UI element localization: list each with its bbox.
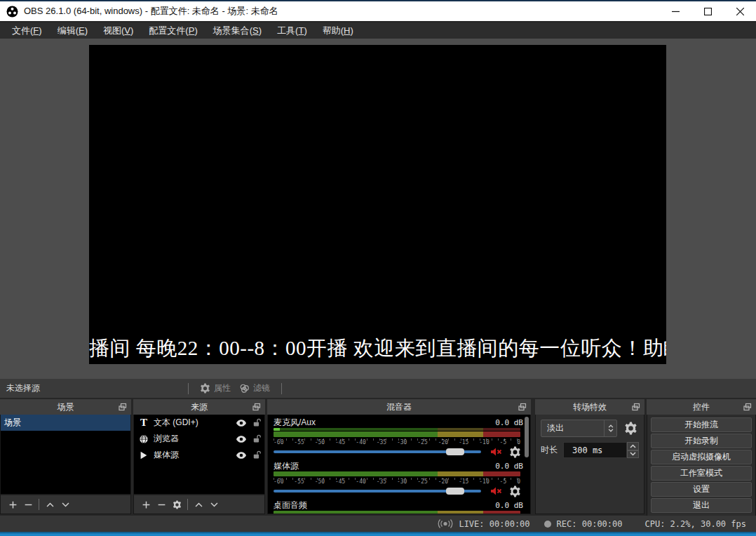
meter-scale-label: -5: [500, 478, 507, 485]
dock-popout-icon[interactable]: [252, 403, 261, 411]
media-play-icon: [134, 450, 154, 460]
dock-popout-icon[interactable]: [632, 403, 640, 411]
meter-scale-label: 0: [517, 478, 520, 485]
mute-speaker-icon[interactable]: [488, 485, 504, 497]
taskbar-edge: [0, 532, 756, 536]
properties-label: 属性: [214, 382, 231, 394]
controls-dock-header: 控件: [647, 399, 756, 415]
live-time: LIVE: 00:00:00: [459, 519, 529, 529]
duration-value: 300 ms: [572, 445, 602, 455]
source-row-browser[interactable]: 浏览器: [134, 431, 264, 447]
control-button[interactable]: 开始录制: [651, 434, 752, 448]
menu-item[interactable]: 帮助(H): [315, 22, 361, 39]
menu-item[interactable]: 编辑(E): [50, 22, 95, 39]
meter-scale-label: -5: [500, 438, 507, 446]
sources-list: T 文本 (GDI+) 浏览器 媒体源: [133, 415, 265, 495]
sources-dock-header: 来源: [133, 399, 265, 415]
mute-speaker-icon[interactable]: [488, 446, 504, 457]
source-properties-button[interactable]: [169, 497, 184, 511]
volume-slider[interactable]: [274, 445, 481, 459]
scrolling-ticker-text: 播间 每晚22：00--8：00开播 欢迎来到直播间的每一位听众！助眠: [89, 335, 666, 363]
no-source-selected-label: 未选择源: [6, 382, 40, 394]
menu-item[interactable]: 场景集合(S): [205, 22, 269, 39]
duration-down-button[interactable]: [627, 450, 639, 459]
lock-icon[interactable]: [249, 450, 264, 460]
mixer-dock-title: 混音器: [386, 401, 412, 413]
record-dot-icon: [544, 521, 551, 528]
preview-canvas[interactable]: 播间 每晚22：00--8：00开播 欢迎来到直播间的每一位听众！助眠: [89, 45, 666, 364]
duration-up-button[interactable]: [627, 442, 639, 450]
menu-item[interactable]: 配置文件(P): [141, 22, 205, 39]
transition-selected-value: 淡出: [541, 422, 604, 434]
duration-input[interactable]: 300 ms: [563, 442, 627, 458]
visibility-eye-icon[interactable]: [234, 434, 249, 445]
controls-body: 开始推流开始录制启动虚拟摄像机工作室模式设置退出: [647, 415, 756, 518]
broadcast-icon: [438, 518, 453, 529]
visibility-eye-icon[interactable]: [234, 417, 249, 429]
control-button[interactable]: 设置: [651, 482, 752, 497]
title-bar: OBS 26.1.0 (64-bit, windows) - 配置文件: 未命名…: [0, 0, 756, 21]
dock-popout-icon[interactable]: [518, 403, 527, 411]
source-up-button[interactable]: [191, 497, 206, 511]
menu-item[interactable]: 视图(V): [95, 22, 141, 39]
obs-logo-icon: [6, 6, 18, 18]
cpu-fps-stats: CPU: 2.2%, 30.00 fps: [645, 519, 747, 529]
control-button[interactable]: 退出: [651, 498, 752, 513]
add-scene-button[interactable]: [5, 497, 20, 511]
transitions-dock-title: 转场特效: [573, 401, 607, 413]
filters-button[interactable]: 滤镜: [235, 382, 274, 394]
control-button[interactable]: 启动虚拟摄像机: [651, 450, 752, 464]
source-label: 浏览器: [154, 433, 234, 445]
lock-icon[interactable]: [249, 434, 264, 443]
remove-source-button[interactable]: [154, 497, 169, 511]
mixer-channel-db: 0.0 dB: [495, 418, 523, 427]
mixer-channel-name: 麦克风/Aux: [274, 417, 316, 429]
source-down-button[interactable]: [206, 497, 222, 511]
source-row-media[interactable]: 媒体源: [134, 447, 264, 463]
transition-select[interactable]: 淡出: [541, 420, 617, 437]
browser-globe-icon: [134, 434, 154, 444]
scene-list-item[interactable]: 场景: [1, 415, 130, 431]
controls-dock-title: 控件: [693, 401, 710, 413]
source-row-text[interactable]: T 文本 (GDI+): [134, 415, 264, 431]
mixer-dock-header: 混音器: [267, 399, 531, 415]
control-button[interactable]: 工作室模式: [651, 466, 752, 481]
rec-time: REC: 00:00:00: [557, 519, 623, 529]
slider-handle[interactable]: [446, 448, 464, 455]
remove-scene-button[interactable]: [20, 497, 36, 511]
mixer-body: 麦克风/Aux 0.0 dB -60-55-50-45-40-35-30-25-…: [267, 415, 531, 514]
lock-icon[interactable]: [249, 418, 264, 427]
channel-gear-icon[interactable]: [509, 446, 521, 458]
controls-dock: 控件 开始推流开始录制启动虚拟摄像机工作室模式设置退出: [647, 399, 756, 514]
scene-up-button[interactable]: [42, 497, 58, 511]
channel-gear-icon[interactable]: [509, 485, 521, 497]
volume-slider[interactable]: [274, 484, 481, 498]
combo-spinner[interactable]: [604, 420, 616, 436]
separator: [281, 383, 282, 394]
scene-down-button[interactable]: [58, 497, 73, 511]
transition-gear-icon[interactable]: [622, 420, 639, 437]
control-button[interactable]: 开始推流: [651, 417, 752, 432]
minimize-button[interactable]: [659, 1, 691, 21]
mixer-scrollbar[interactable]: [525, 417, 529, 457]
close-button[interactable]: [724, 1, 756, 21]
slider-handle[interactable]: [446, 488, 464, 495]
add-source-button[interactable]: [138, 497, 154, 511]
transitions-body: 淡出 时长 300 ms: [535, 415, 644, 514]
meter-scale-label: 0: [517, 438, 520, 446]
maximize-button[interactable]: [691, 1, 724, 21]
audio-mixer-dock: 混音器 麦克风/Aux 0.0 dB -60-55-50-45-40-35-30…: [267, 399, 531, 514]
source-label: 文本 (GDI+): [154, 417, 234, 429]
dock-popout-icon[interactable]: [743, 403, 752, 411]
chevron-down-icon: [608, 429, 614, 432]
mixer-channel-name: 桌面音频: [274, 500, 307, 511]
menu-item[interactable]: 工具(T): [269, 22, 315, 39]
source-label: 媒体源: [154, 449, 234, 461]
text-source-icon: T: [134, 417, 154, 429]
volume-meter: [274, 511, 520, 514]
visibility-eye-icon[interactable]: [234, 450, 249, 461]
meter-scale: -60-55-50-45-40-35-30-25-20-15-10-50: [274, 437, 520, 445]
properties-button[interactable]: 属性: [196, 382, 235, 394]
menu-item[interactable]: 文件(F): [4, 22, 50, 39]
dock-popout-icon[interactable]: [119, 403, 127, 411]
